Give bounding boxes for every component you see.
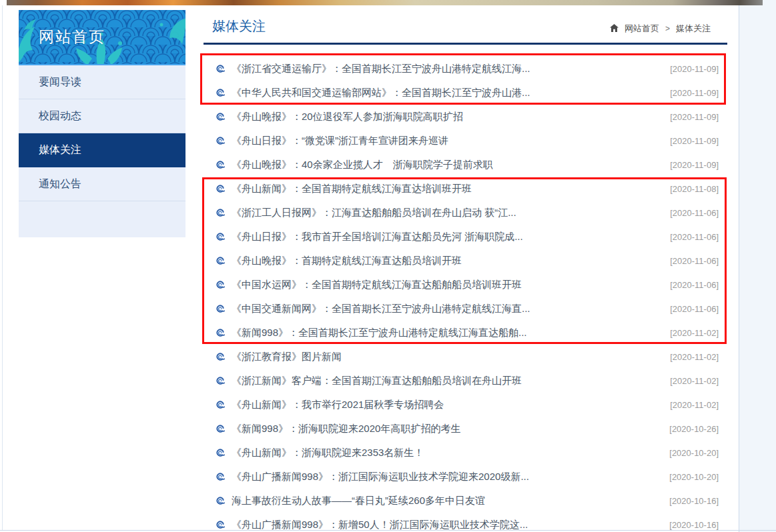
sidebar-title: 网站首页 — [39, 27, 105, 47]
wave-swirl-icon — [215, 137, 226, 145]
news-item-row[interactable]: 《浙江新闻》客户端：全国首期江海直达船舶船员培训在舟山开班 [2020-11-0… — [204, 369, 727, 393]
news-title-link[interactable]: 海上事故衍生动人故事——“春日丸”延续260多年中日友谊 — [232, 495, 661, 507]
wave-swirl-icon — [215, 113, 226, 121]
wave-swirl-icon — [215, 401, 226, 409]
news-item-row[interactable]: 《浙江工人日报网》：江海直达船舶船员培训在舟山启动 获“江... [2020-1… — [204, 201, 727, 225]
news-date: [2020-10-16] — [669, 496, 719, 506]
sidebar-nav-label: 媒体关注 — [39, 144, 81, 155]
news-date: [2020-10-20] — [669, 448, 719, 458]
news-item-row[interactable]: 《舟山晚报》：20位退役军人参加浙海职院高职扩招 [2020-11-09] — [204, 105, 727, 129]
news-date: [2020-11-09] — [670, 64, 719, 74]
news-title-link[interactable]: 《中华人民共和国交通运输部网站》：全国首期长江至宁波舟山港... — [232, 87, 662, 99]
wave-swirl-icon — [215, 233, 226, 241]
news-item-row[interactable]: 《舟山广播新闻998》：新增50人！浙江国际海运职业技术学院这... [2020… — [204, 513, 727, 532]
news-item-row[interactable]: 海上事故衍生动人故事——“春日丸”延续260多年中日友谊 [2020-10-16… — [204, 489, 727, 513]
house-icon[interactable] — [610, 24, 619, 32]
news-title-link[interactable]: 《浙江省交通运输厅》：全国首期长江至宁波舟山港特定航线江海... — [232, 63, 662, 75]
top-banner-photo-strip — [7, 0, 763, 5]
news-title-link[interactable]: 《新闻998》：浙海职院迎来2020年高职扩招的考生 — [232, 423, 661, 435]
news-date: [2020-11-02] — [670, 376, 719, 386]
sidebar-footer-block — [19, 201, 185, 237]
news-title-link[interactable]: 《舟山晚报》：40余家企业揽人才 浙海职院学子提前求职 — [232, 159, 662, 171]
news-date: [2020-11-06] — [670, 304, 719, 314]
wave-swirl-icon — [215, 65, 226, 73]
main-content: 媒体关注 网站首页 > 媒体关注 《浙江省交通运输厅》：全国首期长江至宁波舟山港… — [204, 0, 727, 45]
news-date: [2020-11-02] — [670, 352, 719, 362]
page-left-border — [2, 5, 3, 530]
news-item-row[interactable]: 《中国水运网》：全国首期特定航线江海直达船舶船员培训班开班 [2020-11-0… — [204, 273, 727, 297]
wave-swirl-icon — [215, 185, 226, 193]
news-title-link[interactable]: 《舟山晚报》：20位退役军人参加浙海职院高职扩招 — [232, 111, 662, 123]
news-title-link[interactable]: 《浙江教育报》图片新闻 — [232, 351, 662, 363]
news-date: [2020-11-09] — [670, 112, 719, 122]
news-item-row[interactable]: 《中国交通新闻网》：全国首期长江至宁波舟山港特定航线江海直... [2020-1… — [204, 297, 727, 321]
page-right-gutter — [739, 0, 776, 532]
wave-swirl-icon — [215, 209, 226, 217]
breadcrumb-current: 媒体关注 — [676, 23, 711, 35]
sidebar-menu: 要闻导读 校园动态 媒体关注 通知公告 — [19, 65, 185, 201]
news-date: [2020-11-06] — [670, 280, 719, 290]
news-date: [2020-10-26] — [669, 424, 719, 434]
news-date: [2020-11-02] — [670, 400, 719, 410]
news-title-link[interactable]: 《舟山新闻》：我市举行2021届秋季专场招聘会 — [232, 399, 662, 411]
news-title-link[interactable]: 《舟山日报》：“微党课”浙江青年宣讲团来舟巡讲 — [232, 135, 662, 147]
section-header: 媒体关注 网站首页 > 媒体关注 — [204, 0, 727, 45]
news-title-link[interactable]: 《舟山广播新闻998》：浙江国际海运职业技术学院迎来2020级新... — [232, 471, 661, 483]
news-title-link[interactable]: 《舟山新闻》：浙海职院迎来2353名新生！ — [232, 447, 661, 459]
news-item-row[interactable]: 《新闻998》：浙海职院迎来2020年高职扩招的考生 [2020-10-26] — [204, 417, 727, 441]
news-item-row[interactable]: 《舟山日报》：“微党课”浙江青年宣讲团来舟巡讲 [2020-11-09] — [204, 129, 727, 153]
news-date: [2020-11-06] — [670, 208, 719, 218]
wave-swirl-icon — [215, 425, 226, 433]
news-list: 《浙江省交通运输厅》：全国首期长江至宁波舟山港特定航线江海... [2020-1… — [204, 57, 727, 532]
news-date: [2020-10-20] — [669, 472, 719, 482]
news-item-row[interactable]: 《浙江省交通运输厅》：全国首期长江至宁波舟山港特定航线江海... [2020-1… — [204, 57, 727, 81]
news-item-row[interactable]: 《舟山晚报》：首期特定航线江海直达船员培训开班 [2020-11-06] — [204, 249, 727, 273]
news-title-link[interactable]: 《舟山晚报》：首期特定航线江海直达船员培训开班 — [232, 255, 662, 267]
wave-swirl-icon — [215, 305, 226, 313]
news-date: [2020-11-02] — [670, 328, 719, 338]
wave-swirl-icon — [215, 257, 226, 265]
news-item-row[interactable]: 《舟山广播新闻998》：浙江国际海运职业技术学院迎来2020级新... [202… — [204, 465, 727, 489]
news-item-row[interactable]: 《浙江教育报》图片新闻 [2020-11-02] — [204, 345, 727, 369]
news-title-link[interactable]: 《舟山新闻》：全国首期特定航线江海直达培训班开班 — [232, 183, 662, 195]
news-item-row[interactable]: 《舟山日报》：我市首开全国培训江海直达船员先河 浙海职院成... [2020-1… — [204, 225, 727, 249]
wave-swirl-icon — [215, 161, 226, 169]
news-title-link[interactable]: 《浙江新闻》客户端：全国首期江海直达船舶船员培训在舟山开班 — [232, 375, 662, 387]
sidebar-nav-item[interactable]: 媒体关注 — [19, 133, 185, 167]
news-item-row[interactable]: 《舟山新闻》：我市举行2021届秋季专场招聘会 [2020-11-02] — [204, 393, 727, 417]
news-date: [2020-11-09] — [670, 136, 719, 146]
sidebar-nav-label: 要闻导读 — [39, 76, 81, 87]
news-date: [2020-10-16] — [669, 520, 719, 530]
news-title-link[interactable]: 《新闻998》：全国首期长江至宁波舟山港特定航线江海直达船舶... — [232, 327, 662, 339]
sidebar-header: 网站首页 — [19, 10, 185, 65]
news-date: [2020-11-06] — [670, 232, 719, 242]
breadcrumb-separator: > — [665, 24, 670, 33]
news-title-link[interactable]: 《舟山日报》：我市首开全国培训江海直达船员先河 浙海职院成... — [232, 231, 662, 243]
news-title-link[interactable]: 《中国交通新闻网》：全国首期长江至宁波舟山港特定航线江海直... — [232, 303, 662, 315]
news-item-row[interactable]: 《中华人民共和国交通运输部网站》：全国首期长江至宁波舟山港... [2020-1… — [204, 81, 727, 105]
news-date: [2020-11-09] — [670, 160, 719, 170]
news-date: [2020-11-09] — [670, 88, 719, 98]
news-item-row[interactable]: 《舟山新闻》：全国首期特定航线江海直达培训班开班 [2020-11-08] — [204, 177, 727, 201]
sidebar-nav-label: 通知公告 — [39, 178, 81, 189]
sidebar-nav-label: 校园动态 — [39, 110, 81, 121]
wave-swirl-icon — [215, 497, 226, 505]
sidebar-nav-item[interactable]: 通知公告 — [19, 167, 185, 201]
wave-swirl-icon — [215, 377, 226, 385]
wave-swirl-icon — [215, 353, 226, 361]
wave-swirl-icon — [215, 449, 226, 457]
news-item-row[interactable]: 《舟山晚报》：40余家企业揽人才 浙海职院学子提前求职 [2020-11-09] — [204, 153, 727, 177]
news-title-link[interactable]: 《舟山广播新闻998》：新增50人！浙江国际海运职业技术学院这... — [232, 519, 661, 531]
wave-swirl-icon — [215, 89, 226, 97]
sidebar: 网站首页 要闻导读 校园动态 媒体关注 通知公告 — [19, 10, 185, 237]
breadcrumb-home-link[interactable]: 网站首页 — [625, 23, 659, 35]
sidebar-nav-item[interactable]: 校园动态 — [19, 99, 185, 133]
wave-swirl-icon — [215, 473, 226, 481]
sidebar-nav-item[interactable]: 要闻导读 — [19, 65, 185, 99]
page-title: 媒体关注 — [212, 17, 266, 35]
news-title-link[interactable]: 《中国水运网》：全国首期特定航线江海直达船舶船员培训班开班 — [232, 279, 662, 291]
news-item-row[interactable]: 《舟山新闻》：浙海职院迎来2353名新生！ [2020-10-20] — [204, 441, 727, 465]
news-item-row[interactable]: 《新闻998》：全国首期长江至宁波舟山港特定航线江海直达船舶... [2020-… — [204, 321, 727, 345]
news-title-link[interactable]: 《浙江工人日报网》：江海直达船舶船员培训在舟山启动 获“江... — [232, 207, 662, 219]
wave-swirl-icon — [215, 329, 226, 337]
